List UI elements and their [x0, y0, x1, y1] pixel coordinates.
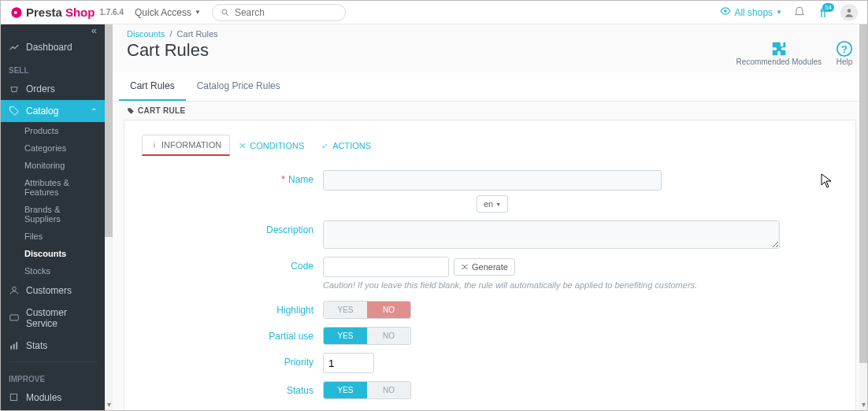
stats-icon: [9, 340, 20, 351]
puzzle-icon: [9, 392, 20, 403]
sidebar-sub-products[interactable]: Products: [1, 122, 105, 139]
language-selector[interactable]: en▼: [477, 195, 508, 213]
shop-selector[interactable]: All shops ▼: [720, 6, 782, 19]
search-input[interactable]: [235, 7, 329, 18]
svg-point-1: [14, 11, 17, 14]
breadcrumb: Discounts / Cart Rules: [113, 24, 867, 40]
svg-rect-18: [154, 144, 155, 148]
search-box[interactable]: [212, 4, 346, 21]
panel-title: CART RULE: [124, 102, 856, 120]
sidebar-customer-service[interactable]: Customer Service: [1, 302, 105, 335]
caret-down-icon: ▼: [776, 9, 782, 16]
svg-point-4: [725, 9, 728, 13]
sidebar-group-sell: SELL: [1, 58, 105, 78]
label-code: Code: [142, 257, 323, 272]
shuffle-icon: [239, 142, 247, 150]
chat-icon: [9, 313, 20, 324]
code-input[interactable]: [323, 257, 449, 277]
sidebar-sub-files[interactable]: Files: [1, 228, 105, 245]
sidebar-scrollbar[interactable]: ▾: [105, 24, 113, 410]
sidebar-sub-stocks[interactable]: Stocks: [1, 262, 105, 280]
puzzle-icon: [770, 40, 788, 57]
debug-icon[interactable]: 34: [817, 6, 829, 19]
sidebar-sub-brands[interactable]: Brands & Suppliers: [1, 201, 105, 228]
label-partial-use: Partial use: [142, 327, 323, 342]
partial-use-toggle[interactable]: YESNO: [323, 327, 411, 345]
chart-icon: [9, 42, 20, 53]
caret-down-icon: ▼: [195, 9, 201, 16]
inner-tab-actions[interactable]: ACTIONS: [313, 135, 380, 156]
svg-rect-10: [16, 342, 17, 349]
svg-rect-17: [154, 143, 155, 143]
eye-icon: [720, 6, 731, 19]
help-icon: ?: [836, 40, 853, 57]
sidebar-sub-discounts[interactable]: Discounts: [1, 245, 105, 262]
svg-rect-8: [10, 346, 12, 350]
label-description: Description: [142, 220, 323, 235]
description-input[interactable]: [323, 220, 780, 249]
chevron-up-icon: ⌃: [91, 107, 97, 116]
priority-input[interactable]: [323, 353, 374, 373]
scrollbar-thumb[interactable]: [859, 24, 867, 363]
sidebar-modules[interactable]: Modules: [1, 387, 105, 409]
sidebar-catalog[interactable]: Catalog ⌃: [1, 100, 105, 122]
tag-icon: [127, 107, 135, 115]
chevron-left-icon: «: [91, 24, 97, 36]
code-help-text: Caution! If you leave this field blank, …: [323, 280, 697, 290]
user-icon: [9, 285, 20, 296]
label-priority: Priority: [142, 353, 323, 368]
prestashop-icon: [10, 6, 23, 19]
label-highlight: Highlight: [142, 301, 323, 316]
inner-tab-information[interactable]: INFORMATION: [142, 135, 230, 156]
svg-rect-11: [10, 394, 17, 400]
status-toggle[interactable]: YESNO: [323, 381, 411, 399]
svg-point-2: [222, 9, 227, 14]
main-scrollbar[interactable]: ▾: [859, 24, 867, 410]
svg-point-6: [13, 287, 17, 291]
name-input[interactable]: [323, 170, 662, 191]
inner-tab-conditions[interactable]: CONDITIONS: [230, 135, 313, 156]
help-button[interactable]: ? Help: [836, 40, 853, 66]
main-sidebar: « Dashboard SELL Orders Catalog ⌃ Produc…: [1, 24, 105, 410]
quick-access-dropdown[interactable]: Quick Access▼: [135, 7, 201, 18]
page-tabs: Cart Rules Catalog Price Rules: [113, 72, 867, 102]
sidebar-sub-categories[interactable]: Categories: [1, 139, 105, 157]
scrollbar-thumb[interactable]: [105, 24, 113, 237]
profile-avatar[interactable]: [840, 4, 858, 21]
sidebar-dashboard[interactable]: Dashboard: [1, 36, 105, 58]
debug-badge: 34: [822, 3, 834, 12]
svg-rect-7: [10, 315, 19, 320]
svg-point-5: [848, 9, 851, 13]
sidebar-orders[interactable]: Orders: [1, 78, 105, 100]
tab-catalog-price-rules[interactable]: Catalog Price Rules: [186, 72, 291, 101]
generate-button[interactable]: Generate: [454, 258, 515, 276]
sidebar-group-improve: IMPROVE: [1, 367, 105, 387]
tag-icon: [9, 106, 20, 117]
sidebar-sub-attributes[interactable]: Attributes & Features: [1, 174, 105, 201]
breadcrumb-discounts[interactable]: Discounts: [127, 29, 165, 39]
prestashop-logo: PrestaShop 1.7.6.4: [10, 6, 124, 19]
search-icon: [221, 8, 230, 17]
shuffle-icon: [461, 263, 469, 271]
person-icon: [844, 7, 855, 18]
svg-rect-9: [13, 344, 15, 350]
svg-text:?: ?: [841, 43, 848, 55]
label-status: Status: [142, 381, 323, 396]
notifications-icon[interactable]: [793, 6, 806, 19]
highlight-toggle[interactable]: YESNO: [323, 301, 411, 319]
sidebar-sub-monitoring[interactable]: Monitoring: [1, 157, 105, 174]
basket-icon: [9, 83, 20, 94]
tab-cart-rules[interactable]: Cart Rules: [119, 72, 186, 101]
page-title: Cart Rules: [127, 40, 209, 61]
svg-line-3: [226, 13, 228, 16]
sidebar-customers[interactable]: Customers: [1, 280, 105, 302]
scrollbar-down-arrow[interactable]: ▾: [107, 400, 111, 410]
info-icon: [150, 141, 158, 149]
breadcrumb-cart-rules: Cart Rules: [177, 29, 218, 39]
recommended-modules-button[interactable]: Recommended Modules: [736, 40, 822, 66]
sidebar-collapse[interactable]: «: [1, 24, 105, 36]
sidebar-stats[interactable]: Stats: [1, 335, 105, 357]
label-name: *Name: [142, 170, 323, 185]
scrollbar-down-arrow[interactable]: ▾: [862, 400, 866, 410]
caret-down-icon: ▼: [495, 202, 501, 207]
